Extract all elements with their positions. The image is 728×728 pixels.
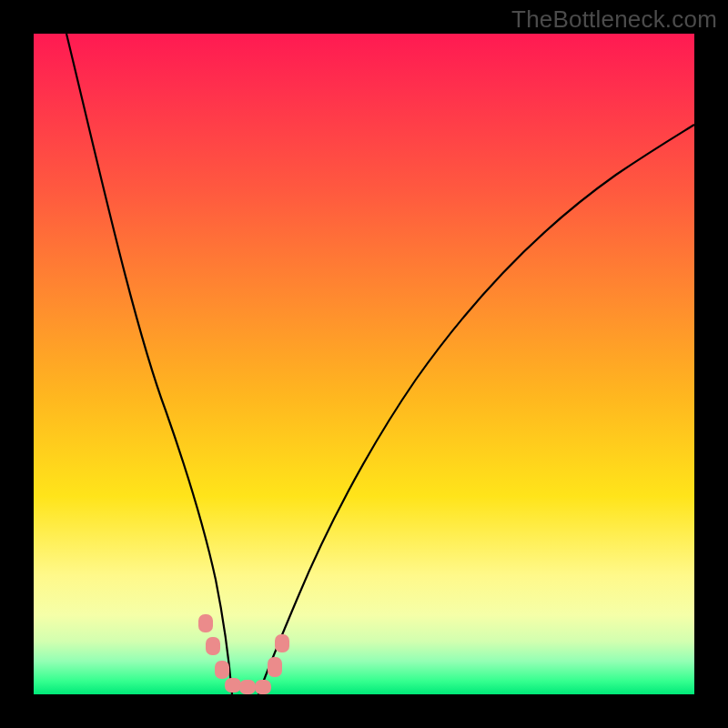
marker-4 — [225, 678, 241, 693]
curve-left-branch — [66, 34, 232, 694]
watermark-text: TheBottleneck.com — [511, 5, 717, 34]
marker-6 — [255, 680, 271, 694]
marker-3 — [215, 661, 229, 679]
marker-8 — [275, 634, 289, 652]
curve-layer — [34, 34, 694, 694]
marker-2 — [206, 637, 220, 655]
curve-right-branch — [258, 125, 694, 694]
plot-area — [34, 34, 694, 694]
outer-frame: TheBottleneck.com — [0, 0, 728, 728]
marker-5 — [239, 680, 256, 694]
marker-7 — [268, 657, 282, 677]
marker-1 — [198, 614, 213, 632]
